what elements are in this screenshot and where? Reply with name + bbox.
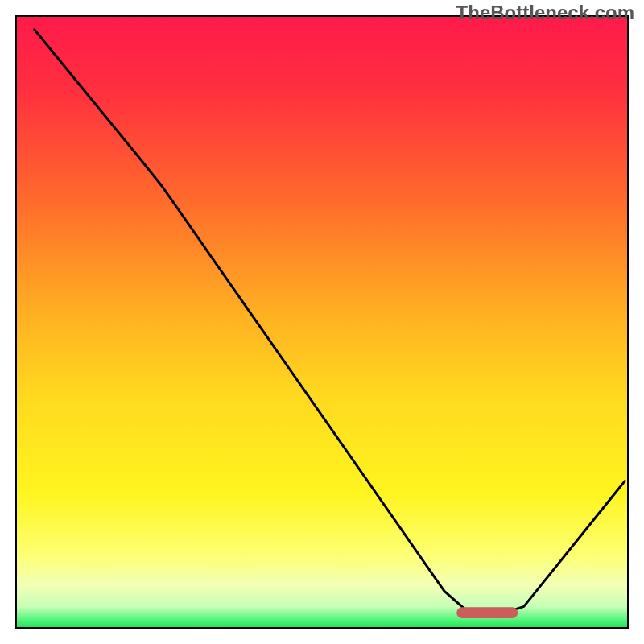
target-marker	[456, 607, 518, 618]
bottleneck-chart: TheBottleneck.com	[0, 0, 644, 644]
watermark-text: TheBottleneck.com	[456, 2, 634, 24]
plot-background	[16, 16, 628, 628]
chart-canvas	[0, 0, 644, 644]
